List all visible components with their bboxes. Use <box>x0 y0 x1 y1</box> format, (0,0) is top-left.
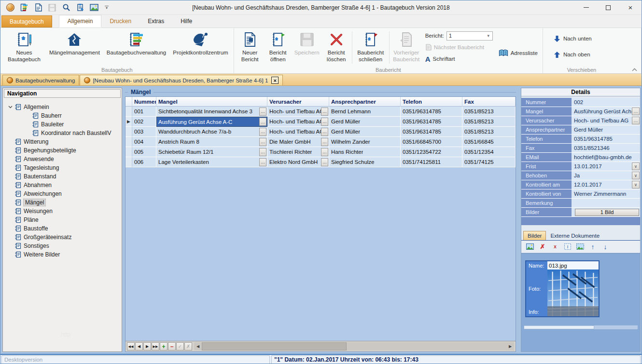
cell-verursacher[interactable]: Hoch- und Tiefbau AG… <box>267 107 329 117</box>
dropdown-button[interactable]: ∨ <box>632 181 640 189</box>
scrollbar-thumb[interactable] <box>202 342 347 351</box>
sidebar-item-mängel[interactable]: Mängel <box>3 198 122 207</box>
sidebar-item-abnahmen[interactable]: Abnahmen <box>3 181 122 189</box>
table-row[interactable]: 003Wanddurchbruch Achse 7/a-b…Hoch- und … <box>126 127 516 137</box>
clipboard-icon[interactable] <box>75 3 85 13</box>
tab-bilder[interactable]: Bilder <box>523 231 546 240</box>
detail-value[interactable]: 13.01.2017 <box>572 162 632 171</box>
ellipsis-button[interactable]: … <box>632 108 640 115</box>
table-row[interactable]: 001Sichtbetonqualität Innenwand Achse 3…… <box>126 107 516 117</box>
sidebar-item-allgemein[interactable]: Allgemein <box>3 103 122 111</box>
sidebar-item-bauleiter[interactable]: Bauleiter <box>3 120 122 129</box>
detail-value[interactable]: Ja <box>572 171 632 180</box>
detail-value[interactable]: 12.01.2017 <box>572 180 632 189</box>
delete-image-button[interactable]: ✗ <box>539 243 546 251</box>
cell-telefon[interactable]: 0351/66845700 <box>401 137 462 147</box>
cell-mangel[interactable]: Sichtbetonqualität Innenwand Achse 3… <box>156 107 267 117</box>
image-list-scrollbar[interactable] <box>524 325 638 329</box>
sidebar-item-tagesleistung[interactable]: Tagesleistung <box>3 163 122 172</box>
scroll-left-icon[interactable]: ◀ <box>194 342 202 351</box>
sidebar-item-begehungsbeteiligte[interactable]: Begehungsbeteiligte <box>3 146 122 155</box>
cell-verursacher[interactable]: Hoch- und Tiefbau AG… <box>267 117 329 127</box>
bericht-loeschen-button[interactable]: Bericht löschen <box>322 29 351 65</box>
detail-value[interactable]: 0351/96314785 <box>572 135 640 143</box>
cell-fax[interactable]: 0351/85213 <box>462 127 516 137</box>
search-icon[interactable] <box>61 3 71 13</box>
cell-nummer[interactable]: 002 <box>132 117 156 127</box>
sidebar-item-anwesende[interactable]: Anwesende <box>3 155 122 163</box>
sidebar-item-weisungen[interactable]: Weisungen <box>3 207 122 216</box>
image-scrollbar-thumb[interactable] <box>524 325 594 329</box>
sidebar-item-baustoffe[interactable]: Baustoffe <box>3 224 122 233</box>
doctab-neubau-project[interactable]: [Neubau Wohn- und Geschäftshaus Dresden,… <box>80 75 283 85</box>
neues-bautagebuch-button[interactable]: Neues Bautagebuch <box>2 29 46 65</box>
detail-value[interactable]: 0351/8521346 <box>572 144 640 152</box>
scroll-right-icon[interactable]: ▶ <box>506 342 514 351</box>
tab-extras[interactable]: Extras <box>140 15 172 27</box>
detail-value[interactable]: Hoch- und Tiefbau AG <box>572 116 632 125</box>
next-record-button[interactable]: ▶ <box>143 342 151 351</box>
detail-value[interactable]: Gerd Müller <box>572 125 640 134</box>
image-icon[interactable] <box>89 3 99 13</box>
file-tab-bautagebuch[interactable]: Bautagebuch <box>1 15 52 27</box>
bilder-count-button[interactable]: 1 Bild <box>575 209 639 216</box>
ellipsis-button[interactable]: … <box>321 158 328 166</box>
ellipsis-button[interactable]: … <box>259 128 266 136</box>
cell-mangel[interactable]: Wanddurchbruch Achse 7/a-b… <box>156 127 267 137</box>
cell-ansprechpartner[interactable]: Wilhelm Zander <box>329 137 401 147</box>
ellipsis-button[interactable]: … <box>321 118 328 126</box>
detail-value[interactable]: hochtief@bau-gmbh.de <box>572 153 640 162</box>
ribbon-collapse-chevron-icon[interactable] <box>632 68 637 71</box>
ellipsis-button[interactable]: … <box>259 138 266 146</box>
cell-fax[interactable]: 0351/74125 <box>462 157 516 167</box>
cell-ansprechpartner[interactable]: Hans Richter <box>329 147 401 157</box>
cell-verursacher[interactable]: Tischlerei Richter… <box>267 147 329 157</box>
bericht-combobox[interactable]: 1▼ <box>447 31 493 40</box>
cell-ansprechpartner[interactable]: Bernd Lehmann <box>329 107 401 117</box>
bericht-oeffnen-button[interactable]: Bericht öffnen <box>264 29 292 65</box>
cell-telefon[interactable]: 0351/96314785 <box>401 127 462 137</box>
nach-unten-button[interactable]: Nach unten <box>550 33 596 44</box>
sidebar-item-großgeräteeinsatz[interactable]: Großgeräteeinsatz <box>3 233 122 242</box>
column-header-verursacher[interactable]: Verursacher <box>267 97 329 107</box>
cell-mangel[interactable]: Lage Verteilerkasten… <box>156 157 267 167</box>
cancel-edit-button[interactable]: ✗ <box>184 342 192 351</box>
frame-select-button[interactable]: I <box>564 243 572 251</box>
ellipsis-button[interactable]: … <box>321 108 328 116</box>
cell-nummer[interactable]: 004 <box>132 137 156 147</box>
cell-ansprechpartner[interactable]: Gerd Müller <box>329 127 401 137</box>
cell-telefon[interactable]: 0351/96314785 <box>401 117 462 127</box>
cell-nummer[interactable]: 003 <box>132 127 156 137</box>
column-header-telefon[interactable]: Telefon <box>401 97 462 107</box>
dropdown-button[interactable]: ∨ <box>632 172 640 179</box>
detail-value[interactable]: Ausführung Gerüst Achse <box>572 107 632 116</box>
sidebar-item-bautenstand[interactable]: Bautenstand <box>3 172 122 181</box>
ellipsis-button[interactable]: … <box>321 128 328 136</box>
colored-list-icon[interactable] <box>19 3 29 13</box>
detail-value[interactable]: 1 Bild <box>572 208 640 216</box>
doctab-close-button[interactable]: × <box>271 77 279 84</box>
table-row[interactable]: 006Lage Verteilerkasten…Elektro Nord Gmb… <box>126 157 516 167</box>
column-header-ansprechpartner[interactable]: Ansprechpartner <box>329 97 401 107</box>
app-logo-icon[interactable] <box>5 3 15 13</box>
ellipsis-button[interactable]: … <box>259 108 266 116</box>
ellipsis-button[interactable]: … <box>259 158 266 166</box>
cell-verursacher[interactable]: Hoch- und Tiefbau AG… <box>267 127 329 137</box>
tab-drucken[interactable]: Drucken <box>101 15 140 27</box>
column-header-mangel[interactable]: Mangel <box>156 97 267 107</box>
new-document-icon[interactable] <box>33 3 43 13</box>
schriftart-button[interactable]: A Schriftart <box>425 54 493 63</box>
move-image-down-button[interactable]: ↓ <box>601 243 609 251</box>
cell-ansprechpartner[interactable]: Gerd Müller <box>329 117 401 127</box>
doctab-bautagebuchverwaltung[interactable]: Bautagebuchverwaltung <box>2 75 79 85</box>
cell-fax[interactable]: 0351/85213 <box>462 107 516 117</box>
cell-fax[interactable]: 0351/66845 <box>462 137 516 147</box>
sidebar-item-koordinator-nach-baustellv[interactable]: Koordinator nach BaustellV <box>3 129 122 137</box>
detail-value[interactable]: Werner Zimmermann <box>572 189 640 198</box>
add-image-button[interactable] <box>526 243 534 251</box>
vorheriger-baubericht-button[interactable]: Vorheriger Baubericht <box>391 29 422 65</box>
cell-ansprechpartner[interactable]: Siegfried Schulze <box>329 157 401 167</box>
column-header-fax[interactable]: Fax <box>462 97 516 107</box>
baubericht-schliessen-button[interactable]: Baubericht schließen <box>353 29 388 65</box>
cell-verursacher[interactable]: Elektro Nord GmbH… <box>267 157 329 167</box>
